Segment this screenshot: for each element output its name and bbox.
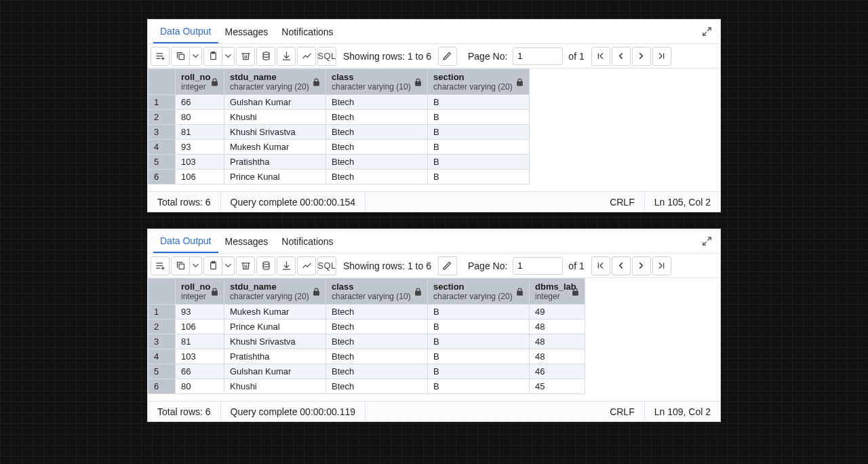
cell-stdu_name[interactable]: Khushi	[224, 379, 326, 394]
cell-section[interactable]: B	[428, 305, 530, 320]
cell-stdu_name[interactable]: Gulshan Kumar	[224, 95, 326, 110]
table-row[interactable]: 4 93Mukesh KumarBtechB	[149, 140, 530, 155]
cell-stdu_name[interactable]: Gulshan Kumar	[224, 364, 326, 379]
table-row[interactable]: 5 103PratishthaBtechB	[149, 155, 530, 170]
cell-class[interactable]: Btech	[326, 320, 428, 334]
add-row-button[interactable]	[151, 47, 170, 66]
copy-dropdown[interactable]	[190, 256, 202, 275]
tab-data output[interactable]: Data Output	[153, 20, 218, 43]
expand-button[interactable]	[698, 24, 715, 40]
cell-roll_no[interactable]: 103	[176, 155, 224, 170]
copy-dropdown[interactable]	[190, 47, 202, 66]
table-row[interactable]: 2 106Prince KunalBtechB48	[149, 320, 585, 334]
cell-stdu_name[interactable]: Pratishtha	[224, 155, 326, 170]
cell-roll_no[interactable]: 106	[176, 170, 224, 185]
cell-stdu_name[interactable]: Khushi Srivastva	[224, 125, 326, 140]
column-header-stdu_name[interactable]: stdu_name character varying (20)	[224, 69, 326, 95]
cell-dbms_lab[interactable]: 46	[530, 364, 585, 379]
cell-section[interactable]: B	[428, 95, 530, 110]
cell-class[interactable]: Btech	[326, 155, 428, 170]
download-button[interactable]	[277, 256, 296, 275]
tab-notifications[interactable]: Notifications	[275, 229, 340, 253]
last-page-button[interactable]	[652, 47, 671, 66]
paste-dropdown[interactable]	[222, 256, 235, 275]
table-row[interactable]: 4 103PratishthaBtechB48	[149, 349, 585, 364]
cell-roll_no[interactable]: 93	[176, 140, 224, 155]
cell-class[interactable]: Btech	[326, 305, 428, 320]
paste-button[interactable]	[203, 256, 222, 275]
table-row[interactable]: 1 66Gulshan KumarBtechB	[149, 95, 530, 110]
column-header-stdu_name[interactable]: stdu_name character varying (20)	[224, 279, 326, 305]
cell-class[interactable]: Btech	[326, 125, 428, 140]
cell-stdu_name[interactable]: Pratishtha	[224, 349, 326, 364]
cell-roll_no[interactable]: 106	[176, 320, 224, 334]
table-row[interactable]: 6 106Prince KunalBtechB	[149, 170, 530, 185]
cell-dbms_lab[interactable]: 49	[530, 305, 585, 320]
cell-roll_no[interactable]: 66	[176, 95, 224, 110]
paste-button[interactable]	[203, 47, 222, 66]
cell-stdu_name[interactable]: Khushi Srivastva	[224, 334, 326, 349]
download-button[interactable]	[277, 47, 296, 66]
expand-button[interactable]	[698, 233, 715, 250]
tab-messages[interactable]: Messages	[218, 229, 275, 253]
edit-button[interactable]	[438, 256, 457, 275]
cell-stdu_name[interactable]: Mukesh Kumar	[224, 305, 326, 320]
delete-button[interactable]	[236, 47, 255, 66]
cell-section[interactable]: B	[428, 155, 530, 170]
cell-class[interactable]: Btech	[326, 170, 428, 185]
cell-class[interactable]: Btech	[326, 95, 428, 110]
page-input[interactable]	[513, 257, 563, 275]
cell-section[interactable]: B	[428, 349, 530, 364]
table-row[interactable]: 2 80KhushiBtechB	[149, 110, 530, 125]
cell-roll_no[interactable]: 66	[176, 364, 224, 379]
cell-section[interactable]: B	[428, 320, 530, 334]
delete-button[interactable]	[236, 256, 255, 275]
cell-class[interactable]: Btech	[326, 349, 428, 364]
sql-button[interactable]: SQL	[317, 256, 336, 275]
cell-roll_no[interactable]: 81	[176, 334, 224, 349]
cell-class[interactable]: Btech	[326, 334, 428, 349]
page-input[interactable]	[513, 47, 563, 65]
table-row[interactable]: 5 66Gulshan KumarBtechB46	[149, 364, 585, 379]
column-header-section[interactable]: section character varying (20)	[428, 279, 530, 305]
column-header-dbms_lab[interactable]: dbms_lab integer	[530, 279, 585, 305]
prev-page-button[interactable]	[612, 256, 631, 275]
graph-button[interactable]	[297, 256, 316, 275]
cell-section[interactable]: B	[428, 364, 530, 379]
cell-section[interactable]: B	[428, 379, 530, 394]
cell-stdu_name[interactable]: Prince Kunal	[224, 320, 326, 334]
tab-messages[interactable]: Messages	[218, 20, 275, 43]
cell-roll_no[interactable]: 81	[176, 125, 224, 140]
cell-dbms_lab[interactable]: 48	[530, 334, 585, 349]
cell-stdu_name[interactable]: Mukesh Kumar	[224, 140, 326, 155]
next-page-button[interactable]	[632, 256, 651, 275]
graph-button[interactable]	[297, 47, 316, 66]
edit-button[interactable]	[438, 47, 457, 66]
cell-roll_no[interactable]: 80	[176, 110, 224, 125]
table-row[interactable]: 1 93Mukesh KumarBtechB49	[149, 305, 585, 320]
copy-button[interactable]	[171, 47, 190, 66]
column-header-roll_no[interactable]: roll_no integer	[176, 69, 224, 95]
cell-stdu_name[interactable]: Khushi	[224, 110, 326, 125]
cell-dbms_lab[interactable]: 48	[530, 320, 585, 334]
copy-button[interactable]	[171, 256, 190, 275]
column-header-class[interactable]: class character varying (10)	[326, 279, 428, 305]
cell-section[interactable]: B	[428, 110, 530, 125]
tab-data output[interactable]: Data Output	[153, 229, 218, 253]
first-page-button[interactable]	[591, 256, 610, 275]
paste-dropdown[interactable]	[222, 47, 235, 66]
sql-button[interactable]: SQL	[317, 47, 336, 66]
cell-class[interactable]: Btech	[326, 379, 428, 394]
cell-class[interactable]: Btech	[326, 364, 428, 379]
cell-class[interactable]: Btech	[326, 140, 428, 155]
prev-page-button[interactable]	[612, 47, 631, 66]
cell-section[interactable]: B	[428, 140, 530, 155]
cell-section[interactable]: B	[428, 170, 530, 185]
cell-dbms_lab[interactable]: 45	[530, 379, 585, 394]
cell-class[interactable]: Btech	[326, 110, 428, 125]
cell-section[interactable]: B	[428, 334, 530, 349]
cell-roll_no[interactable]: 80	[176, 379, 224, 394]
table-row[interactable]: 6 80KhushiBtechB45	[149, 379, 585, 394]
save-data-button[interactable]	[256, 256, 275, 275]
cell-section[interactable]: B	[428, 125, 530, 140]
